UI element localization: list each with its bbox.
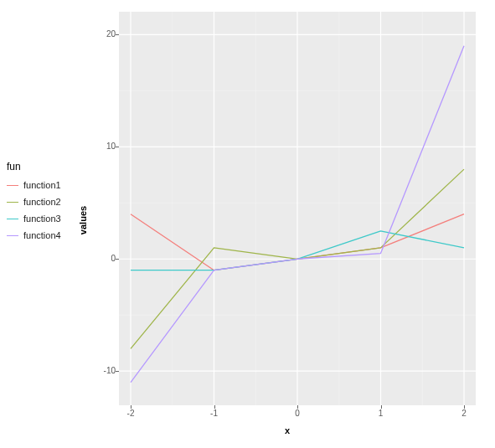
legend-swatch-icon <box>7 213 18 224</box>
x-tick-mark <box>297 405 298 409</box>
legend-swatch-icon <box>7 229 18 241</box>
legend-line-icon <box>7 219 18 219</box>
legend-swatch-icon <box>7 196 18 208</box>
y-axis-label: values <box>78 206 88 234</box>
legend-line-icon <box>7 202 18 203</box>
x-tick-label: 2 <box>456 409 472 418</box>
legend-line-icon <box>7 185 18 186</box>
y-tick-mark <box>116 34 119 35</box>
y-tick-label: 20 <box>90 29 116 39</box>
legend-swatch-icon <box>7 179 18 191</box>
x-tick-label: 0 <box>289 409 306 418</box>
x-tick-mark <box>381 405 382 409</box>
legend-item: function3 <box>7 211 82 226</box>
y-tick-label: 0 <box>90 254 116 263</box>
x-axis-label: x <box>285 425 290 435</box>
plot-panel <box>119 12 476 405</box>
y-tick-mark <box>116 259 119 260</box>
legend-item: function1 <box>7 178 82 193</box>
legend-item: function4 <box>7 228 82 243</box>
x-tick-label: 1 <box>373 409 389 418</box>
x-tick-label: -2 <box>122 409 139 418</box>
x-tick-mark <box>464 405 465 409</box>
y-tick-mark <box>116 147 119 147</box>
legend-label: function3 <box>23 214 61 224</box>
line-chart-svg <box>119 12 476 405</box>
x-tick-mark <box>131 405 131 409</box>
chart-container: fun function1 function2 function3 functi… <box>0 0 495 448</box>
legend-item: function2 <box>7 194 82 209</box>
y-tick-mark <box>116 371 119 372</box>
x-tick-label: -1 <box>206 409 223 418</box>
legend: fun function1 function2 function3 functi… <box>7 161 82 245</box>
legend-label: function1 <box>23 180 61 190</box>
y-tick-label: -10 <box>90 366 116 375</box>
y-tick-label: 10 <box>90 142 116 151</box>
plot-area: values x -1001020-2-1012 <box>90 7 484 434</box>
x-tick-mark <box>214 405 215 409</box>
legend-label: function2 <box>23 197 61 207</box>
legend-label: function4 <box>23 230 61 240</box>
legend-line-icon <box>7 235 18 236</box>
legend-title: fun <box>7 161 82 173</box>
